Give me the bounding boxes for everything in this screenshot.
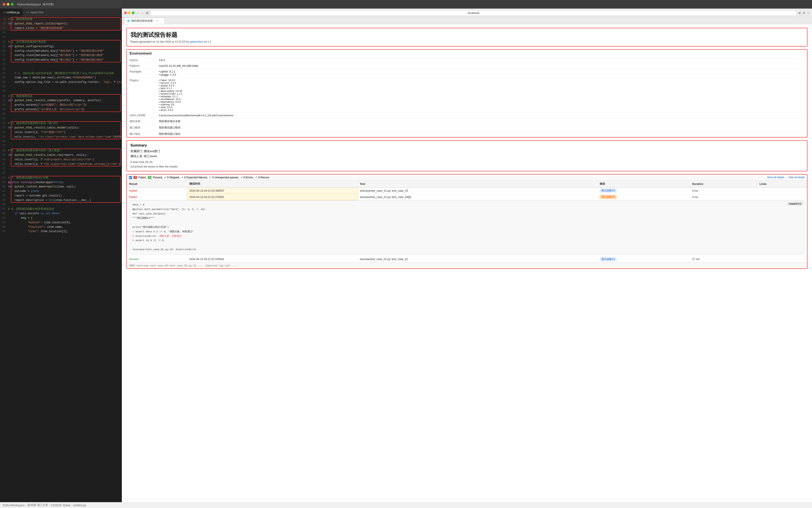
code-line-41: 41 cells.insert(1, f'<td class="col-time… bbox=[0, 162, 122, 167]
col-result: Result bbox=[127, 181, 187, 187]
env-row-python: Python 3.8.5 bbox=[127, 57, 807, 63]
code-line-32: 32 # 5. 修改测试结果表格中的列（插入列） bbox=[0, 121, 122, 126]
browser-maximize[interactable] bbox=[132, 11, 135, 14]
code-line-18: 18 config.stash[metadata_key]["接口地址"] = … bbox=[0, 58, 122, 62]
breadcrumb-item3: conftest.py bbox=[73, 504, 86, 507]
browser-minimize[interactable] bbox=[128, 11, 131, 14]
version-control-label: 版本控制 bbox=[43, 2, 53, 6]
tab-report[interactable]: <> report.html bbox=[23, 9, 47, 16]
traffic-lights bbox=[3, 3, 13, 6]
title-bar: PythonWorkspace 版本控制 bbox=[0, 0, 812, 9]
code-line-21: 21 # 3. 动态生成log文件的名称，哪怕配置文件中配置了log_file选… bbox=[0, 71, 122, 76]
code-line-44: 44 # 7. 获取测试函数中的doc注释 bbox=[0, 176, 122, 180]
code-line-28: 28 prefix.extend(["<p>所属部门: 测试xxx部门</p>"… bbox=[0, 103, 122, 108]
results-table: Result 测试时间 Test 描述 Duration Links bbox=[127, 181, 807, 263]
code-line-38: 38 # 6. 修改测试结果表格中的列（插入数据） bbox=[0, 149, 122, 153]
code-line-49: 49 report.description = str(item.functio… bbox=[0, 198, 122, 203]
hide-all-link[interactable]: Hide all details bbox=[788, 176, 805, 179]
report-subtitle: Report generated on 13-Apr-2024 at 12:21… bbox=[130, 40, 803, 43]
breadcrumb: PythonWorkspace › 第49课: 第三方库 › CASE29: P… bbox=[0, 502, 812, 508]
show-all-link[interactable]: Show all details bbox=[767, 176, 784, 179]
pass-count-label: 6 bbox=[148, 176, 151, 179]
code-line-9: 9 # 1. 修改报告标题 bbox=[0, 17, 122, 22]
env-row-project: 项目名称 我的测试项目名称 bbox=[127, 118, 807, 125]
code-line-48: 48 report = outcome.get_result() bbox=[0, 194, 122, 198]
browser-close[interactable] bbox=[124, 11, 127, 14]
editor-tabs: ⬡ conftest.py <> report.html bbox=[0, 9, 122, 16]
code-line-56: 56 "line": item.location[1], bbox=[0, 229, 122, 234]
code-line-33: 33 def pytest_html_results_table_header(… bbox=[0, 126, 122, 130]
summary-title: Summary bbox=[130, 143, 803, 147]
results-section: 2 Failed, 6 Passed, ✓ 0 Skipped, ✓ 0 Exp… bbox=[126, 174, 808, 269]
col-desc: 描述 bbox=[597, 181, 690, 187]
code-line-47: 47 outcome = yield bbox=[0, 189, 122, 194]
test-count: 8 tests took 29 ms. bbox=[130, 161, 803, 164]
report-title: 我的测试报告标题 bbox=[130, 31, 803, 39]
maximize-button[interactable] bbox=[11, 3, 13, 6]
code-line-52: 52 if call.excinfo is not None: bbox=[0, 212, 122, 216]
minimize-button[interactable] bbox=[7, 3, 9, 6]
report-content: 我的测试报告标题 Report generated on 13-Apr-2024… bbox=[122, 24, 812, 502]
browser-panel: ‹ › ⊞ localhost ⊕ ⬆ ☆ 🌐 我的测试报告标题 ✕ bbox=[122, 9, 812, 502]
code-line-10: 10 def pytest_html_report_title(report): bbox=[0, 22, 122, 26]
code-line-11: 11 report.title = "我的测试报告标题" bbox=[0, 26, 122, 31]
code-line-23: 23 config.option.log_file = os.path.join… bbox=[0, 80, 122, 85]
environment-section: Environment Python 3.8.5 Platform macOS-… bbox=[126, 49, 808, 137]
code-line-26: 26 # 4. 修改摘要信息 bbox=[0, 94, 122, 99]
code-line-39: 39 def pytest_html_results_table_row(rep… bbox=[0, 153, 122, 158]
table-row: Passed 2024-04-13 04:21:02.535942 testca… bbox=[127, 256, 807, 263]
grid-icon[interactable]: ⊞ bbox=[146, 11, 149, 15]
bookmark-icon[interactable]: ☆ bbox=[807, 11, 810, 15]
env-row-java: JAVA_HOME /Library/Java/JavaVirtualMachi… bbox=[127, 113, 807, 118]
breadcrumb-item2: CASE29: Pytest bbox=[51, 504, 70, 507]
close-button[interactable] bbox=[3, 3, 5, 6]
col-links: Links bbox=[757, 181, 807, 187]
forward-button[interactable]: › bbox=[141, 10, 144, 15]
url-bar[interactable]: localhost bbox=[150, 10, 797, 16]
tab-close-icon[interactable]: ✕ bbox=[156, 19, 158, 23]
share-icon[interactable]: ⬆ bbox=[803, 11, 805, 15]
fail-filter-checkbox[interactable] bbox=[129, 176, 132, 179]
code-line-17: 17 config.stash[metadata_key]["接口模块"] = … bbox=[0, 53, 122, 58]
summary-section: Summary 所属部门: 测试xxx部门 测试人员: 张三xxxxx 8 te… bbox=[126, 140, 808, 171]
breadcrumb-workspace: PythonWorkspace bbox=[3, 504, 25, 507]
fail-count-label: 2 bbox=[133, 176, 137, 179]
code-line-45: 45 @pytest.hookimpl(hookwrapper=True) bbox=[0, 180, 122, 185]
code-line-14: 14 # 2. 运行测试前修改环境信息 bbox=[0, 40, 122, 44]
code-line-51: 51 # 8. 获取测试函数中的异常错误信息 bbox=[0, 207, 122, 212]
workspace-title: PythonWorkspace bbox=[17, 3, 41, 6]
expand-row: expand [+] data = 8 @pytest.mark.paramet… bbox=[127, 200, 807, 256]
back-button[interactable]: ‹ bbox=[136, 10, 139, 15]
env-row-plugins: Plugins • Faker: 18.9.0 • assume: 2.4.3 … bbox=[127, 78, 807, 113]
col-test-time[interactable]: 测试时间 bbox=[187, 181, 358, 187]
editor-panel: ⬡ conftest.py <> report.html 9 # 1. 修改报告… bbox=[0, 9, 122, 502]
summary-dept: 所属部门: 测试xxx部门 bbox=[130, 149, 803, 153]
code-line-27: 27 def pytest_html_results_summary(prefi… bbox=[0, 98, 122, 103]
expand-button[interactable]: expand [+] bbox=[787, 202, 803, 206]
code-line-34: 34 cells.insert(2, "<th>描述</th>") bbox=[0, 130, 122, 135]
expand-data-line: data = 8 bbox=[132, 203, 801, 207]
code-line-40: 40 cells.insert(2, f'<td>{report.descrip… bbox=[0, 158, 122, 162]
filter-hint: (Un)check the boxes to filter the result… bbox=[130, 165, 803, 168]
breadcrumb-item1: 第49课: 第三方库 bbox=[27, 503, 48, 507]
code-line-35: 35 cells.insert(1, '<th class="sortable … bbox=[0, 135, 122, 139]
code-editor[interactable]: 9 # 1. 修改报告标题 10 def pytest_html_report_… bbox=[0, 16, 122, 502]
env-row-packages: Packages • pytest: 8.1.1 • pluggy: 1.4.0 bbox=[127, 69, 807, 78]
code-line-46: 46 def pytest_runtest_makereport(item, c… bbox=[0, 185, 122, 189]
col-duration[interactable]: Duration bbox=[690, 181, 757, 187]
code-line-15: 15 def pytest_configure(config): bbox=[0, 44, 122, 49]
code-line-54: 54 "module": item.location[0], bbox=[0, 221, 122, 225]
table-row: Failed 2024-04-13 04:21:02.578001 testca… bbox=[127, 194, 807, 200]
browser-chrome: ‹ › ⊞ localhost ⊕ ⬆ ☆ 🌐 我的测试报告标题 ✕ bbox=[122, 9, 812, 24]
report-title-box: 我的测试报告标题 Report generated on 13-Apr-2024… bbox=[126, 28, 808, 46]
env-row-platform: Platform macOS-10.16-x86_64-i386-64bit bbox=[127, 63, 807, 69]
code-line-55: 55 "function": item.name, bbox=[0, 225, 122, 229]
tab-title: 我的测试报告标题 bbox=[131, 19, 153, 23]
tab-conftest[interactable]: ⬡ conftest.py bbox=[0, 9, 23, 16]
col-test: Test bbox=[358, 181, 597, 187]
browser-tab[interactable]: 🌐 我的测试报告标题 ✕ bbox=[124, 17, 165, 24]
summary-person: 测试人员: 张三xxxxx bbox=[130, 154, 803, 158]
bottom-log: INFO testcase.test_case_01:test_case_01.… bbox=[127, 263, 807, 268]
code-line-53: 53 msg = { bbox=[0, 216, 122, 221]
reader-icon[interactable]: ⊕ bbox=[799, 11, 801, 15]
